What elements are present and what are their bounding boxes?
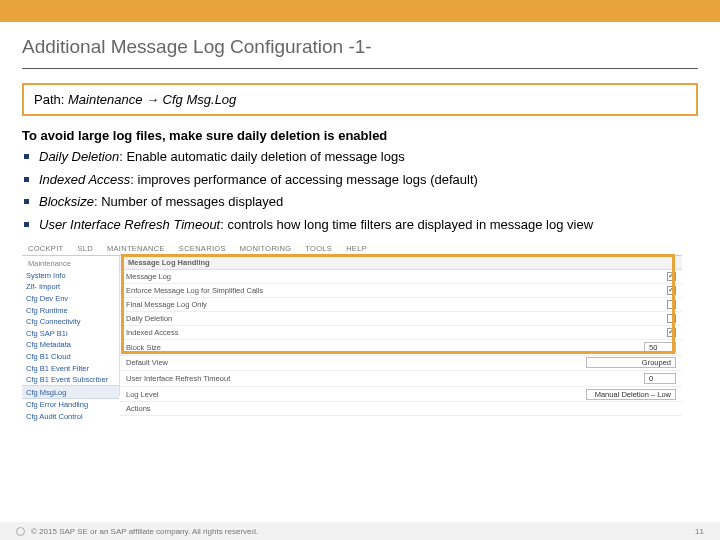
menu-item[interactable]: MAINTENANCE: [107, 244, 165, 253]
row-label: Indexed Access: [120, 325, 454, 339]
menu-item[interactable]: COCKPIT: [28, 244, 63, 253]
bullet-rest: : improves performance of accessing mess…: [130, 172, 478, 187]
bullet-list: Daily Deletion: Enable automatic daily d…: [22, 149, 698, 234]
sidebar-item[interactable]: Cfg Dev Env: [22, 293, 119, 305]
row-label: Default View: [120, 355, 454, 371]
row-label: Enforce Message Log for Simplified Calls: [120, 283, 454, 297]
panel-header: Message Log Handling: [120, 256, 682, 270]
sidebar-item[interactable]: Cfg Metadata: [22, 339, 119, 351]
row-label: Block Size: [120, 340, 454, 356]
accent-bar: [0, 0, 720, 22]
settings-grid: Message Log Enforce Message Log for Simp…: [120, 270, 682, 417]
row-label: Log Level: [120, 386, 454, 402]
menu-item[interactable]: MONITORING: [240, 244, 292, 253]
copyright: © 2015 SAP SE or an SAP affiliate compan…: [31, 527, 258, 536]
sap-logo-icon: [16, 527, 25, 536]
row-label: Final Message Log Only: [120, 297, 454, 311]
number-input[interactable]: 50: [644, 342, 676, 353]
path-label: Path:: [34, 92, 64, 107]
select-input[interactable]: Manual Deletion – Low: [586, 389, 676, 400]
path-box: Path: Maintenance → Cfg Msg.Log: [22, 83, 698, 116]
main-panel: Message Log Handling Message Log Enforce…: [120, 256, 682, 396]
path-value: Maintenance → Cfg Msg.Log: [68, 92, 236, 107]
sidebar-item[interactable]: Cfg Runtime: [22, 304, 119, 316]
embedded-screenshot: COCKPIT SLD MAINTENANCE SCENARIOS MONITO…: [22, 242, 682, 402]
menu-item[interactable]: SCENARIOS: [179, 244, 226, 253]
bullet-term: User Interface Refresh Timeout: [39, 217, 220, 232]
row-label: Message Log: [120, 270, 454, 284]
sidebar-item[interactable]: Cfg Audit Control: [22, 411, 119, 423]
bullet-rest: : Number of messages displayed: [94, 194, 283, 209]
bullet-term: Indexed Access: [39, 172, 130, 187]
bullet-term: Blocksize: [39, 194, 94, 209]
sidebar-item[interactable]: System Info: [22, 270, 119, 282]
sidebar-item[interactable]: Zif- Import: [22, 281, 119, 293]
sidebar: Maintenance System Info Zif- Import Cfg …: [22, 256, 120, 396]
bullet-rest: : Enable automatic daily deletion of mes…: [119, 149, 404, 164]
number-input[interactable]: 0: [644, 373, 676, 384]
sidebar-item[interactable]: Cfg B1 Event Filter: [22, 362, 119, 374]
page-number: 11: [695, 527, 704, 536]
checkbox-icon[interactable]: [667, 300, 676, 309]
row-label: User Interface Refresh Timeout: [120, 371, 454, 387]
bullet-rest: : controls how long time filters are dis…: [220, 217, 593, 232]
checkbox-icon[interactable]: [667, 272, 676, 281]
sidebar-item[interactable]: Cfg Error Handling: [22, 399, 119, 411]
footer: © 2015 SAP SE or an SAP affiliate compan…: [0, 522, 720, 540]
sidebar-item-selected[interactable]: Cfg MsgLog: [22, 385, 119, 399]
menu-item[interactable]: TOOLS: [305, 244, 332, 253]
row-label: Daily Deletion: [120, 311, 454, 325]
row-value: [454, 402, 682, 416]
checkbox-icon[interactable]: [667, 314, 676, 323]
checkbox-icon[interactable]: [667, 286, 676, 295]
select-input[interactable]: Grouped: [586, 357, 676, 368]
sidebar-item[interactable]: Cfg SAP B1i: [22, 327, 119, 339]
checkbox-icon[interactable]: [667, 328, 676, 337]
menubar: COCKPIT SLD MAINTENANCE SCENARIOS MONITO…: [22, 242, 682, 256]
sidebar-item[interactable]: Cfg B1 Cloud: [22, 351, 119, 363]
sidebar-item[interactable]: Cfg B1 Event Subscriber: [22, 374, 119, 386]
sidebar-item[interactable]: Cfg Connectivity: [22, 316, 119, 328]
row-label: Actions: [120, 402, 454, 416]
menu-item[interactable]: SLD: [77, 244, 93, 253]
menu-item[interactable]: HELP: [346, 244, 367, 253]
divider: [22, 68, 698, 69]
sidebar-header: Maintenance: [22, 258, 119, 270]
intro-text: To avoid large log files, make sure dail…: [22, 128, 698, 143]
bullet-term: Daily Deletion: [39, 149, 119, 164]
page-title: Additional Message Log Configuration -1-: [0, 22, 720, 68]
